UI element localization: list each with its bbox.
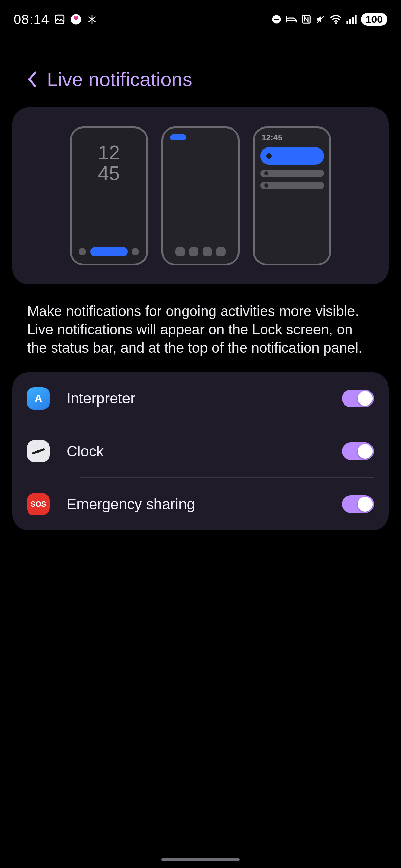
interpreter-app-icon: A [27, 387, 50, 410]
gallery-icon [54, 14, 65, 25]
preview-lockscreen: 12 45 [70, 126, 148, 265]
svg-rect-7 [346, 21, 348, 24]
app-item-emergency-sharing[interactable]: SOS Emergency sharing [12, 478, 389, 530]
svg-rect-9 [352, 17, 354, 24]
dock-app-icon [189, 247, 198, 256]
dock-pill-icon [90, 247, 128, 256]
preview-card: 12 45 12:45 [12, 107, 389, 284]
back-button[interactable] [27, 71, 37, 88]
snowflake-icon [87, 14, 97, 25]
app-item-clock[interactable]: Clock [12, 425, 389, 477]
clock-app-icon [27, 440, 50, 462]
battery-indicator: 100 [361, 13, 387, 26]
sos-icon-glyph: SOS [31, 500, 46, 509]
page-header: Live notifications [0, 31, 401, 107]
status-time: 08:14 [14, 12, 49, 27]
page-title: Live notifications [47, 68, 192, 91]
app-settings-list: A Interpreter Clock SOS Emergency sharin… [12, 372, 389, 530]
dock-app-icon [203, 247, 212, 256]
sos-app-icon: SOS [27, 493, 50, 515]
dock-app-icon [175, 247, 185, 256]
preview-panel-items [260, 147, 324, 189]
svg-rect-3 [274, 19, 279, 20]
preview-notification-panel: 12:45 [253, 126, 331, 265]
status-bar: 08:14 100 [0, 0, 401, 31]
svg-rect-8 [349, 19, 351, 24]
toggle-knob [358, 391, 373, 406]
preview-panel-time: 12:45 [262, 133, 282, 142]
dnd-icon [271, 14, 282, 24]
svg-point-6 [335, 22, 337, 24]
toggle-knob [358, 444, 373, 459]
signal-icon [346, 14, 357, 24]
preview-live-notif-bar [260, 147, 324, 165]
preview-lock-time: 12 45 [72, 142, 146, 184]
status-right: 100 [271, 13, 387, 26]
app-label: Emergency sharing [66, 496, 325, 513]
toggle-knob [358, 497, 373, 512]
preview-lock-min: 45 [72, 163, 146, 184]
toggle-clock[interactable] [342, 442, 374, 460]
preview-notif-bar [260, 170, 324, 177]
gesture-nav-handle[interactable] [161, 858, 240, 861]
preview-lock-hour: 12 [72, 142, 146, 163]
preview-notif-bar [260, 182, 324, 189]
mute-icon [316, 14, 326, 24]
dock-dot-icon [132, 248, 139, 255]
nfc-icon [301, 14, 311, 24]
preview-lock-dock [72, 247, 146, 256]
app-label: Clock [66, 443, 325, 460]
bed-icon [286, 14, 297, 24]
toggle-emergency[interactable] [342, 495, 374, 513]
app-item-interpreter[interactable]: A Interpreter [12, 372, 389, 425]
description-text: Make notifications for ongoing activitie… [0, 284, 401, 372]
wifi-icon [330, 14, 342, 24]
preview-home-dock [163, 247, 238, 256]
toggle-interpreter[interactable] [342, 390, 374, 407]
preview-statusbar-pill [170, 134, 186, 140]
app-label: Interpreter [66, 390, 325, 407]
svg-rect-10 [355, 15, 356, 24]
preview-homescreen [161, 126, 240, 265]
dock-app-icon [216, 247, 226, 256]
dock-dot-icon [79, 248, 86, 255]
status-left: 08:14 [14, 12, 97, 27]
health-icon [70, 14, 82, 25]
interpreter-icon-glyph: A [34, 392, 42, 405]
